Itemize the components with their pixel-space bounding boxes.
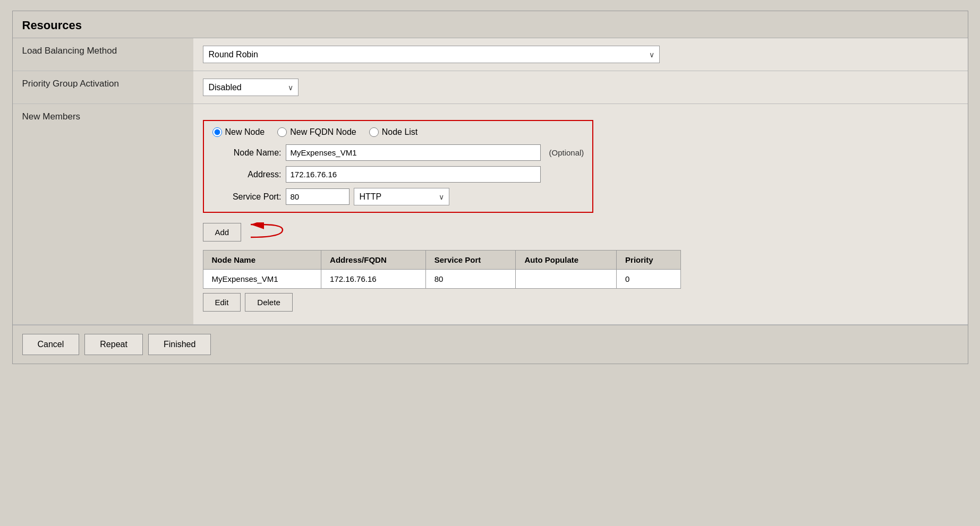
node-name-input[interactable] [286,144,541,161]
page-title: Resources [13,11,968,38]
edit-delete-row: Edit Delete [203,293,958,312]
priority-group-label: Priority Group Activation [13,71,193,104]
members-table-header-row: Node Name Address/FQDN Service Port Auto… [203,251,680,270]
delete-button[interactable]: Delete [245,293,292,312]
col-node-name: Node Name [203,251,321,270]
service-port-protocol-wrapper: HTTPHTTPSFTPCustom [354,188,449,205]
node-name-label: Node Name: [212,148,282,158]
service-port-label: Service Port: [212,192,282,202]
priority-group-row: Priority Group Activation DisabledEnable… [13,71,968,104]
members-table-head: Node Name Address/FQDN Service Port Auto… [203,251,680,270]
members-table-body: MyExpenses_VM1172.16.76.16800 [203,270,680,289]
bottom-bar: Cancel Repeat Finished [13,325,968,364]
add-arrow [245,222,288,242]
radio-new-fqdn-node[interactable]: New FQDN Node [277,127,356,137]
load-balancing-row: Load Balancing Method Round RobinLeast C… [13,38,968,71]
address-input[interactable] [286,166,541,183]
add-button[interactable]: Add [203,223,242,242]
priority-group-select-wrapper: DisabledEnabled [203,79,299,96]
radio-new-fqdn-node-label: New FQDN Node [290,127,356,137]
radio-node-list-label: Node List [382,127,418,137]
service-port-protocol-select[interactable]: HTTPHTTPSFTPCustom [354,188,449,205]
radio-node-list[interactable]: Node List [369,127,418,137]
col-address-fqdn: Address/FQDN [321,251,426,270]
radio-new-node[interactable]: New Node [212,127,265,137]
node-name-row: Node Name: (Optional) [212,144,584,161]
main-container: Resources Load Balancing Method Round Ro… [12,11,968,364]
address-row: Address: [212,166,584,183]
address-label: Address: [212,170,282,179]
radio-node-list-input[interactable] [369,127,379,137]
new-members-row: New Members New Node New [13,104,968,325]
members-table: Node Name Address/FQDN Service Port Auto… [203,250,681,289]
node-entry-highlight-box: New Node New FQDN Node Node List [203,120,594,213]
repeat-button[interactable]: Repeat [84,334,143,355]
node-name-optional: (Optional) [549,148,584,157]
add-button-row: Add [203,222,958,242]
edit-button[interactable]: Edit [203,293,241,312]
col-auto-populate: Auto Populate [516,251,617,270]
form-table: Load Balancing Method Round RobinLeast C… [13,38,968,325]
arrow-icon [245,222,288,242]
radio-new-node-label: New Node [225,127,265,137]
load-balancing-select-wrapper: Round RobinLeast ConnectionsFastestObser… [203,46,660,63]
cancel-button[interactable]: Cancel [22,334,80,355]
new-members-content: New Node New FQDN Node Node List [203,111,958,317]
new-members-label: New Members [13,104,193,325]
radio-new-node-input[interactable] [212,127,222,137]
col-priority: Priority [617,251,680,270]
load-balancing-select[interactable]: Round RobinLeast ConnectionsFastestObser… [203,46,660,63]
service-port-input[interactable] [286,188,350,205]
service-port-row: Service Port: HTTPHTTPSFTPCustom [212,188,584,205]
new-members-control: New Node New FQDN Node Node List [193,104,968,325]
radio-group: New Node New FQDN Node Node List [212,127,584,137]
radio-new-fqdn-node-input[interactable] [277,127,287,137]
priority-group-select[interactable]: DisabledEnabled [203,79,299,96]
col-service-port: Service Port [425,251,516,270]
load-balancing-label: Load Balancing Method [13,38,193,71]
table-row: MyExpenses_VM1172.16.76.16800 [203,270,680,289]
priority-group-control: DisabledEnabled [193,71,968,104]
load-balancing-control: Round RobinLeast ConnectionsFastestObser… [193,38,968,71]
finished-button[interactable]: Finished [148,334,211,355]
